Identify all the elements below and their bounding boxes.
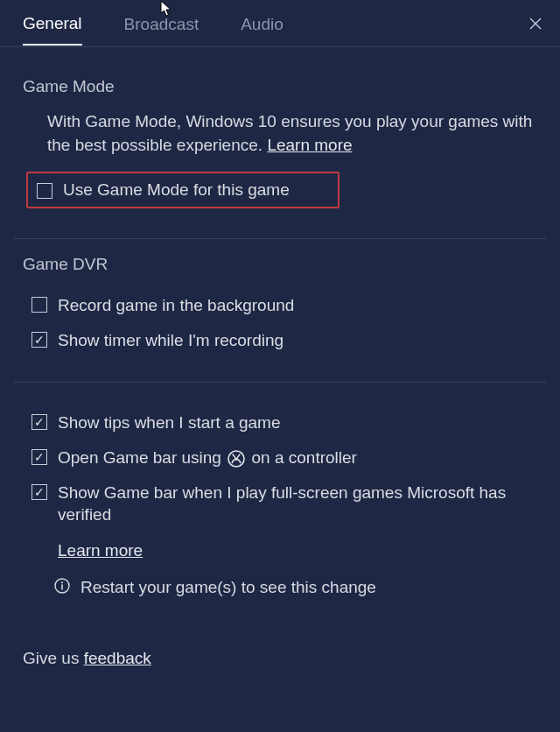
use-game-mode-checkbox[interactable] (37, 183, 52, 199)
feedback-link[interactable]: feedback (84, 649, 151, 667)
restart-note-row: Restart your game(s) to see this change (23, 569, 537, 607)
show-fullscreen-label: Show Game bar when I play full-screen ga… (58, 482, 537, 526)
game-mode-learn-more-link[interactable]: Learn more (267, 136, 352, 154)
open-gamebar-before: Open Game bar using (58, 448, 221, 467)
open-gamebar-after: on a controller (252, 448, 357, 467)
open-gamebar-label: Open Game bar using on a controller (58, 447, 357, 469)
misc-learn-more-row: Learn more (23, 532, 537, 569)
show-fullscreen-row[interactable]: Show Game bar when I play full-screen ga… (23, 475, 537, 532)
svg-rect-5 (61, 584, 63, 589)
game-mode-title: Game Mode (23, 77, 537, 96)
content-area: Game Mode With Game Mode, Windows 10 ens… (0, 47, 560, 668)
svg-point-4 (61, 581, 63, 583)
use-game-mode-row[interactable]: Use Game Mode for this game (26, 172, 340, 208)
close-button[interactable] (525, 13, 546, 34)
divider (14, 238, 546, 239)
tab-broadcast[interactable]: Broadcast (124, 3, 200, 45)
restart-note-text: Restart your game(s) to see this change (80, 578, 376, 597)
close-icon (529, 18, 542, 30)
use-game-mode-label: Use Game Mode for this game (63, 180, 290, 200)
show-timer-checkbox[interactable] (32, 332, 47, 348)
info-icon (54, 578, 70, 598)
show-timer-label: Show timer while I'm recording (58, 329, 284, 352)
feedback-prefix: Give us (23, 649, 84, 667)
record-background-checkbox[interactable] (32, 297, 47, 313)
tab-audio[interactable]: Audio (241, 3, 284, 45)
show-tips-label: Show tips when I start a game (58, 412, 281, 434)
tab-bar: General Broadcast Audio (0, 0, 560, 47)
section-game-dvr: Game DVR Record game in the background S… (14, 255, 546, 375)
show-tips-checkbox[interactable] (32, 414, 47, 430)
record-background-row[interactable]: Record game in the background (23, 288, 537, 323)
open-gamebar-checkbox[interactable] (32, 449, 47, 465)
show-tips-row[interactable]: Show tips when I start a game (23, 405, 537, 440)
section-misc: Show tips when I start a game Open Game … (14, 398, 546, 624)
show-fullscreen-checkbox[interactable] (32, 484, 47, 500)
section-game-mode: Game Mode With Game Mode, Windows 10 ens… (14, 68, 546, 231)
misc-learn-more-link[interactable]: Learn more (58, 541, 143, 560)
record-background-label: Record game in the background (58, 294, 294, 317)
show-timer-row[interactable]: Show timer while I'm recording (23, 323, 537, 358)
game-mode-description: With Game Mode, Windows 10 ensures you p… (23, 110, 537, 158)
feedback-row: Give us feedback (14, 624, 546, 668)
divider (14, 382, 546, 383)
game-dvr-title: Game DVR (23, 255, 537, 274)
tab-general[interactable]: General (23, 2, 82, 46)
xbox-icon (228, 450, 245, 468)
open-gamebar-row[interactable]: Open Game bar using on a controller (23, 440, 537, 475)
